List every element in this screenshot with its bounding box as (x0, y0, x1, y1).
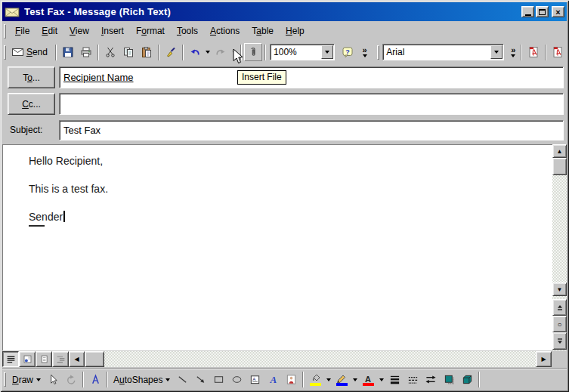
help-button[interactable]: ? (339, 43, 357, 61)
letter-a-tool-button[interactable] (86, 371, 104, 389)
arrow-down-icon: ▼ (557, 286, 563, 293)
menu-actions[interactable]: Actions (204, 23, 246, 39)
arrow-tool-button[interactable] (191, 371, 209, 389)
autoshapes-button[interactable]: AutoShapes (110, 371, 173, 389)
line-style-button[interactable] (385, 371, 404, 389)
hscroll-thumb[interactable] (85, 351, 104, 367)
vscroll-thumb[interactable] (552, 158, 567, 175)
chevron-down-icon (379, 378, 384, 381)
chevron-down-icon (326, 378, 331, 381)
fill-color-icon (309, 374, 321, 383)
to-field[interactable] (59, 66, 564, 88)
toolbar-grip[interactable] (4, 24, 6, 39)
fill-color-button[interactable] (306, 371, 324, 389)
menu-insert[interactable]: Insert (95, 23, 130, 39)
fill-color-dropdown[interactable] (324, 371, 332, 389)
maximize-button[interactable] (536, 6, 549, 17)
subject-label: Subject: (10, 125, 42, 135)
cut-button[interactable] (101, 43, 119, 61)
chevron-more-icon: » (511, 47, 515, 54)
wordart-icon: A (267, 374, 279, 385)
menu-format[interactable]: Format (130, 23, 171, 39)
insert-file-button[interactable] (244, 43, 262, 61)
to-button[interactable]: To... (8, 66, 55, 88)
line-icon (177, 374, 188, 385)
message-body[interactable]: Hello Recipient, This is a test fax. Sen… (2, 144, 552, 350)
line-color-dropdown[interactable] (351, 371, 359, 389)
select-objects-button[interactable] (44, 371, 62, 389)
insert-clipart-button[interactable] (282, 371, 300, 389)
format-painter-button[interactable] (162, 43, 180, 61)
scroll-left-button[interactable]: ◀ (69, 351, 85, 367)
pdf-button-2[interactable] (549, 43, 567, 61)
font-color-dropdown[interactable] (377, 371, 385, 389)
menu-table[interactable]: Table (246, 23, 280, 39)
menu-help[interactable]: Help (280, 23, 311, 39)
line-color-button[interactable] (332, 371, 351, 389)
redo-button[interactable] (212, 43, 230, 61)
paste-button[interactable] (138, 43, 156, 61)
minimize-icon (525, 14, 531, 16)
menu-file[interactable]: File (9, 23, 36, 39)
toolbar-grip[interactable] (4, 45, 6, 60)
subject-field[interactable] (59, 120, 564, 140)
shadow-button[interactable] (440, 371, 458, 389)
browse-next-button[interactable] (552, 332, 567, 350)
text-box-button[interactable]: A (246, 371, 264, 389)
toolbar-overflow-button[interactable]: » (360, 43, 370, 61)
arrow-up-icon: ▲ (557, 148, 563, 155)
save-button[interactable] (59, 43, 77, 61)
fill-color-swatch (310, 383, 321, 386)
toolbar-overflow-button[interactable]: » (509, 43, 518, 61)
insert-wordart-button[interactable]: A (264, 371, 282, 389)
maximize-icon (539, 9, 546, 15)
menu-tools[interactable]: Tools (171, 23, 204, 39)
undo-dropdown-button[interactable] (204, 43, 212, 61)
zoom-dropdown-button[interactable] (321, 45, 333, 59)
line-tool-button[interactable] (173, 371, 191, 389)
rectangle-tool-button[interactable] (209, 371, 227, 389)
font-combobox[interactable]: Arial (382, 44, 503, 60)
font-color-button[interactable]: A (359, 371, 377, 389)
font-dropdown-button[interactable] (490, 45, 503, 59)
line-color-icon (336, 374, 348, 383)
minimize-button[interactable] (521, 6, 534, 17)
toolbar-grip[interactable] (377, 45, 379, 60)
draw-menu-button[interactable]: Draw (9, 371, 44, 389)
chevron-more-icon: » (363, 47, 367, 54)
close-button[interactable]: × (552, 6, 564, 17)
hscroll-track[interactable] (104, 351, 536, 367)
cc-field[interactable] (59, 93, 564, 115)
toolbar-grip[interactable] (4, 372, 6, 387)
copy-button[interactable] (119, 43, 138, 61)
chevron-down-icon (494, 51, 499, 54)
dash-style-button[interactable] (404, 371, 422, 389)
vertical-scrollbar[interactable]: ▲ ▼ ○ (552, 144, 567, 350)
free-rotate-button[interactable] (62, 371, 80, 389)
undo-button[interactable] (186, 43, 204, 61)
print-button[interactable] (77, 43, 95, 61)
outline-view-button[interactable] (52, 351, 69, 367)
three-d-button[interactable] (458, 371, 476, 389)
mouse-cursor-icon (233, 48, 244, 68)
web-layout-view-button[interactable] (19, 351, 36, 367)
menu-edit[interactable]: Edit (36, 23, 63, 39)
paintbrush-icon (165, 46, 177, 58)
cc-button[interactable]: Cc... (8, 93, 55, 115)
arrow-style-button[interactable] (422, 371, 440, 389)
send-button[interactable]: Send (9, 43, 53, 61)
select-browse-object-button[interactable]: ○ (552, 316, 567, 332)
menu-view[interactable]: View (63, 23, 95, 39)
scroll-up-button[interactable]: ▲ (552, 144, 567, 158)
print-layout-view-button[interactable] (36, 351, 52, 367)
scroll-down-button[interactable]: ▼ (552, 282, 567, 296)
zoom-combobox[interactable]: 100% (270, 44, 335, 60)
pdf-button-1[interactable] (524, 43, 543, 61)
scroll-right-button[interactable]: ▶ (536, 351, 552, 367)
title-bar: Test Fax - Message (Rich Text) × (2, 2, 567, 21)
rotate-icon (66, 374, 77, 385)
normal-view-button[interactable] (2, 351, 19, 367)
horizontal-scrollbar-row: ◀ ▶ (2, 350, 567, 369)
oval-tool-button[interactable] (227, 371, 246, 389)
browse-previous-button[interactable] (552, 299, 567, 316)
